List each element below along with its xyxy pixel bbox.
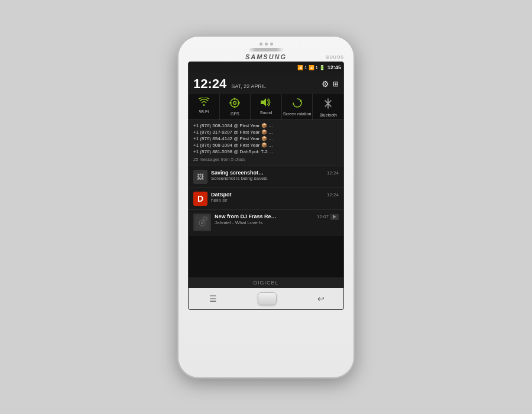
phone-screen: 📶 1 📶 1 🔋 12:45 12:24 SAT, 22 APRIL ⚙ ⊞ <box>188 62 344 310</box>
datspot-icon: D <box>193 192 207 206</box>
sound-toggle-label: Sound <box>260 111 272 115</box>
status-icons: 📶 1 📶 1 🔋 12:45 <box>297 64 341 70</box>
play-button[interactable] <box>330 214 339 220</box>
screenshot-subtitle: Screenshot is being saved. <box>211 176 339 181</box>
gps-toggle-icon <box>229 98 240 111</box>
music-title-row: New from DJ Frass Re… 12:07 <box>215 214 339 220</box>
phone-device: SAMSUNG ⊞DUOS 📶 1 📶 1 🔋 12:45 12:24 SAT,… <box>177 35 355 379</box>
music-time: 12:07 <box>317 214 329 219</box>
signal-icon: 📶 <box>309 65 314 70</box>
home-button[interactable] <box>258 292 277 305</box>
music-content: New from DJ Frass Re… 12:07 Jahmiel - Wh… <box>215 214 339 225</box>
svg-marker-13 <box>333 215 336 219</box>
toggle-sound[interactable]: Sound <box>251 94 282 119</box>
music-thumbnail <box>193 214 211 231</box>
quick-toggles: Wi-Fi GPS <box>189 94 343 120</box>
datspot-title: DatSpot <box>211 192 232 198</box>
speaker-grille <box>248 48 284 51</box>
back-button[interactable]: ↩ <box>317 294 325 303</box>
notification-date: SAT, 22 APRIL <box>231 83 266 89</box>
msg-row-2: +1 (876) 317-9207 @ First Year 📦 … <box>193 129 339 135</box>
header-actions: ⚙ ⊞ <box>322 79 339 89</box>
svg-point-0 <box>231 99 239 107</box>
datspot-notification[interactable]: D DatSpot 12:24 hello sir <box>189 188 343 210</box>
message-summary: 25 messages from 5 chats <box>193 155 339 163</box>
status-bar: 📶 1 📶 1 🔋 12:45 <box>189 62 343 73</box>
wifi-status-icon: 📶 <box>297 65 303 70</box>
music-notification[interactable]: New from DJ Frass Re… 12:07 Jahmiel - Wh… <box>189 210 343 235</box>
screenshot-notification[interactable]: 🖼 Saving screenshot… 12:24 Screenshot is… <box>189 166 343 188</box>
datspot-time: 12:24 <box>327 192 339 198</box>
status-time: 12:45 <box>327 64 341 70</box>
music-title: New from DJ Frass Re… <box>215 214 277 219</box>
notification-list: +1 (876) 508-1084 @ First Year 📦 … +1 (8… <box>189 120 343 277</box>
sim1-icon: 1 <box>304 65 307 70</box>
toggle-gps[interactable]: GPS <box>220 94 251 119</box>
datspot-subtitle: hello sir <box>211 198 339 203</box>
toggle-wifi[interactable]: Wi-Fi <box>189 94 220 119</box>
gps-toggle-label: GPS <box>231 112 239 116</box>
msg-row-3: +1 (876) 894-4142 @ First Year 📦 … <box>193 135 339 142</box>
rotation-toggle-icon <box>292 98 303 111</box>
notification-header: 12:24 SAT, 22 APRIL ⚙ ⊞ <box>189 73 343 94</box>
toggle-rotation[interactable]: Screen rotation <box>282 94 313 119</box>
phone-top: SAMSUNG ⊞DUOS <box>179 37 353 62</box>
bluetooth-toggle-icon <box>324 98 332 112</box>
screenshot-title: Saving screenshot… <box>211 170 264 176</box>
duos-label: ⊞DUOS <box>326 55 344 60</box>
screenshot-content: Saving screenshot… 12:24 Screenshot is b… <box>211 170 339 181</box>
bottom-nav: ☰ ↩ <box>189 288 344 309</box>
notification-clock: 12:24 <box>193 76 226 92</box>
sound-toggle-icon <box>260 98 272 109</box>
datspot-title-row: DatSpot 12:24 <box>211 192 339 198</box>
sim2-icon: 1 <box>316 65 318 70</box>
wifi-toggle-label: Wi-Fi <box>199 109 209 114</box>
toggle-bluetooth[interactable]: Bluetooth <box>313 94 343 119</box>
bluetooth-toggle-label: Bluetooth <box>319 113 337 117</box>
grid-icon[interactable]: ⊞ <box>333 80 339 88</box>
samsung-logo: SAMSUNG <box>245 53 287 60</box>
screenshot-title-row: Saving screenshot… 12:24 <box>211 170 339 176</box>
svg-marker-6 <box>261 98 266 106</box>
rotation-toggle-label: Screen rotation <box>283 112 311 116</box>
screenshot-time: 12:24 <box>327 170 339 176</box>
msg-row-1: +1 (876) 508-1084 @ First Year 📦 … <box>193 122 339 129</box>
msg-row-5: +1 (876) 881-5098 @ DahSpot: T-2 … <box>193 148 339 155</box>
carrier-bar: DIGICEL <box>189 277 343 288</box>
battery-icon: 🔋 <box>319 65 325 70</box>
speaker-dots <box>259 43 273 46</box>
message-group[interactable]: +1 (876) 508-1084 @ First Year 📦 … +1 (8… <box>189 120 343 166</box>
wifi-toggle-icon <box>199 98 209 108</box>
music-subtitle: Jahmiel - What Love Is <box>215 220 339 225</box>
menu-button[interactable]: ☰ <box>209 294 217 303</box>
message-group-content: +1 (876) 508-1084 @ First Year 📦 … +1 (8… <box>189 120 343 166</box>
datspot-content: DatSpot 12:24 hello sir <box>211 192 339 203</box>
svg-point-1 <box>233 102 236 105</box>
settings-icon[interactable]: ⚙ <box>322 79 329 89</box>
carrier-name: DIGICEL <box>253 280 278 286</box>
msg-row-4: +1 (876) 508-1084 @ First Year 📦 … <box>193 142 339 148</box>
screenshot-icon: 🖼 <box>193 170 207 184</box>
svg-point-10 <box>201 222 203 224</box>
